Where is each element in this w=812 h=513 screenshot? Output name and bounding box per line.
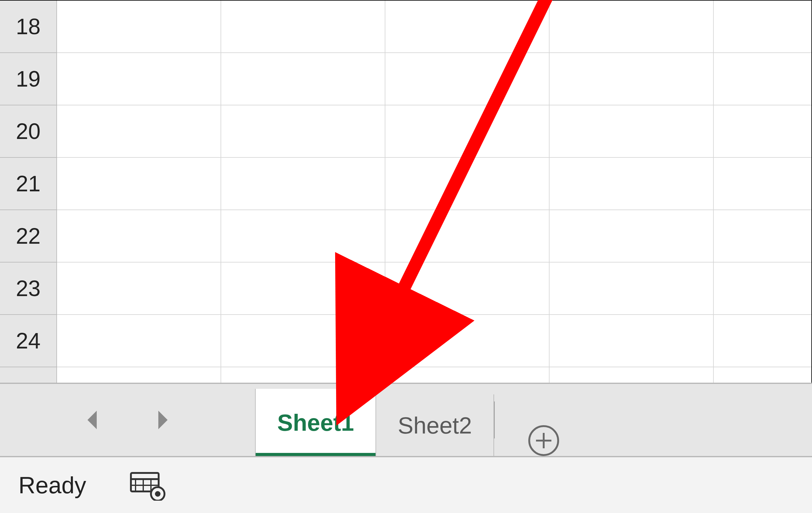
row-header[interactable]: 22 xyxy=(0,210,57,262)
cell[interactable] xyxy=(550,315,714,367)
sheet-nav-next-button[interactable] xyxy=(152,411,171,429)
cell[interactable] xyxy=(221,262,385,315)
sheet-tab-sheet1[interactable]: Sheet1 xyxy=(255,389,376,456)
svg-point-9 xyxy=(155,491,161,497)
add-sheet-button[interactable] xyxy=(507,425,580,456)
cell[interactable] xyxy=(57,1,221,53)
cell[interactable] xyxy=(221,158,385,210)
sheet-tab-bar: Sheet1 Sheet2 xyxy=(0,383,812,456)
cell[interactable] xyxy=(550,53,714,105)
cell[interactable] xyxy=(221,210,385,262)
cell[interactable] xyxy=(221,367,385,383)
spreadsheet-grid[interactable]: 18 19 20 21 xyxy=(0,0,812,383)
sheet-tab-divider xyxy=(494,401,495,438)
cell[interactable] xyxy=(714,105,812,158)
row-header[interactable]: 24 xyxy=(0,315,57,367)
cell[interactable] xyxy=(57,210,221,262)
cell[interactable] xyxy=(714,158,812,210)
row-header[interactable]: 21 xyxy=(0,158,57,210)
svg-marker-0 xyxy=(87,411,97,429)
sheet-nav-prev-button[interactable] xyxy=(84,411,103,429)
cell[interactable] xyxy=(550,158,714,210)
cell[interactable] xyxy=(385,1,550,53)
row-header[interactable]: 20 xyxy=(0,105,57,158)
macro-recording-icon[interactable] xyxy=(129,470,166,501)
sheet-tabs: Sheet1 Sheet2 xyxy=(255,384,580,456)
cell[interactable] xyxy=(385,158,550,210)
sheet-tab-label: Sheet1 xyxy=(277,409,354,436)
sheet-nav xyxy=(0,384,255,456)
cell[interactable] xyxy=(714,1,812,53)
svg-marker-1 xyxy=(158,411,168,429)
cell[interactable] xyxy=(550,367,714,383)
cell[interactable] xyxy=(714,262,812,315)
cell[interactable] xyxy=(385,53,550,105)
row-header[interactable]: 25 xyxy=(0,367,57,383)
cell[interactable] xyxy=(385,262,550,315)
row-header[interactable]: 18 xyxy=(0,1,57,53)
cell[interactable] xyxy=(550,1,714,53)
cell[interactable] xyxy=(714,367,812,383)
cell[interactable] xyxy=(221,315,385,367)
status-ready-label: Ready xyxy=(19,472,86,498)
plus-icon xyxy=(528,425,559,456)
cell[interactable] xyxy=(221,53,385,105)
cell[interactable] xyxy=(57,315,221,367)
cell[interactable] xyxy=(714,53,812,105)
cell[interactable] xyxy=(385,105,550,158)
cell[interactable] xyxy=(221,1,385,53)
cell[interactable] xyxy=(385,315,550,367)
cell[interactable] xyxy=(385,210,550,262)
sheet-tab-sheet2[interactable]: Sheet2 xyxy=(376,394,494,456)
cell[interactable] xyxy=(550,105,714,158)
cell[interactable] xyxy=(550,262,714,315)
row-header[interactable]: 19 xyxy=(0,53,57,105)
row-header[interactable]: 23 xyxy=(0,262,57,315)
cell[interactable] xyxy=(57,262,221,315)
cell[interactable] xyxy=(57,367,221,383)
cell[interactable] xyxy=(550,210,714,262)
cell[interactable] xyxy=(57,105,221,158)
status-bar: Ready xyxy=(0,456,812,513)
cell[interactable] xyxy=(57,158,221,210)
cell[interactable] xyxy=(57,53,221,105)
sheet-tab-label: Sheet2 xyxy=(398,412,472,439)
cell[interactable] xyxy=(714,315,812,367)
cell[interactable] xyxy=(714,210,812,262)
cell[interactable] xyxy=(221,105,385,158)
cell[interactable] xyxy=(385,367,550,383)
